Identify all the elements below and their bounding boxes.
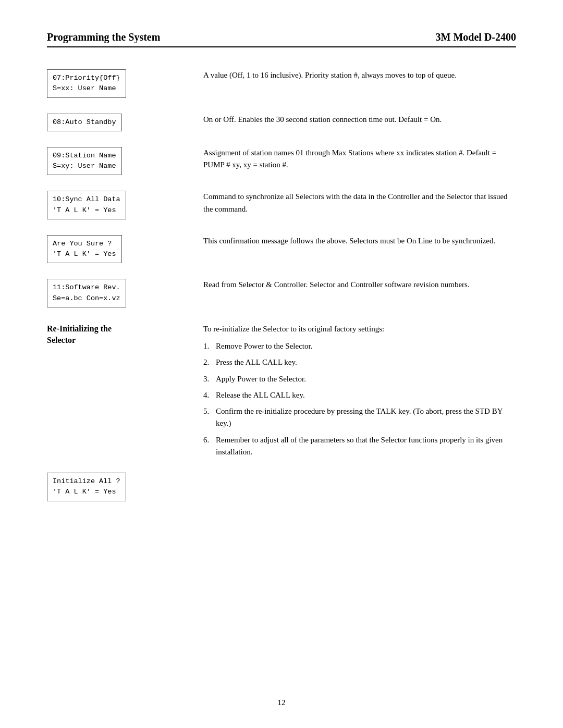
reinit-code-left: Initialize All ? 'T A L K' = Yes xyxy=(47,472,188,501)
row-08-right: On or Off. Enables the 30 second station… xyxy=(203,113,516,126)
row-10-left: 10:Sync All Data 'T A L K' = Yes xyxy=(47,190,188,219)
step-text-3: Apply Power to the Selector. xyxy=(216,373,516,385)
row-09-left: 09:Station Name S=xy: User Name xyxy=(47,146,188,176)
step-text-6: Remember to adjust all of the parameters… xyxy=(216,434,516,459)
row-07-right: A value (Off, 1 to 16 inclusive). Priori… xyxy=(203,68,516,81)
desc-10b: This confirmation message follows the ab… xyxy=(203,235,516,247)
reinit-right: To re-initialize the Selector to its ori… xyxy=(203,322,516,462)
step-num-4: 4. xyxy=(203,389,216,401)
step-num-5: 5. xyxy=(203,405,216,430)
reinit-heading-line1: Re-Initializing the xyxy=(47,324,112,333)
row-07-left: 07:Priority{Off} S=xx: User Name xyxy=(47,68,188,98)
code-box-07: 07:Priority{Off} S=xx: User Name xyxy=(47,69,126,98)
code-box-11: 11:Software Rev. Se=a.bc Con=x.vz xyxy=(47,279,126,307)
reinit-left: Re-Initializing the Selector xyxy=(47,322,188,347)
row-07: 07:Priority{Off} S=xx: User Name A value… xyxy=(47,68,516,98)
list-item: 3. Apply Power to the Selector. xyxy=(203,373,516,385)
reinit-code-row: Initialize All ? 'T A L K' = Yes xyxy=(47,472,516,501)
step-text-5: Confirm the re-initialize procedure by p… xyxy=(216,405,516,430)
row-08: 08:Auto Standby On or Off. Enables the 3… xyxy=(47,113,516,131)
row-09: 09:Station Name S=xy: User Name Assignme… xyxy=(47,146,516,176)
reinit-heading: Re-Initializing the Selector xyxy=(47,323,188,347)
code-box-10: 10:Sync All Data 'T A L K' = Yes xyxy=(47,191,126,219)
step-text-1: Remove Power to the Selector. xyxy=(216,340,516,352)
list-item: 5. Confirm the re-initialize procedure b… xyxy=(203,405,516,430)
desc-10: Command to synchronize all Selectors wit… xyxy=(203,191,516,215)
step-num-3: 3. xyxy=(203,373,216,385)
list-item: 2. Press the ALL CALL key. xyxy=(203,356,516,368)
page-number: 12 xyxy=(278,698,286,707)
page-footer: 12 xyxy=(0,698,563,707)
step-num-2: 2. xyxy=(203,356,216,368)
row-11: 11:Software Rev. Se=a.bc Con=x.vz Read f… xyxy=(47,278,516,307)
row-10: 10:Sync All Data 'T A L K' = Yes Command… xyxy=(47,190,516,219)
reinit-row: Re-Initializing the Selector To re-initi… xyxy=(47,322,516,462)
list-item: 4. Release the ALL CALL key. xyxy=(203,389,516,401)
list-item: 1. Remove Power to the Selector. xyxy=(203,340,516,352)
row-10b: Are You Sure ? 'T A L K' = Yes This conf… xyxy=(47,234,516,264)
row-10-right: Command to synchronize all Selectors wit… xyxy=(203,190,516,215)
step-text-2: Press the ALL CALL key. xyxy=(216,356,516,368)
row-08-left: 08:Auto Standby xyxy=(47,113,188,131)
code-box-10b: Are You Sure ? 'T A L K' = Yes xyxy=(47,235,122,264)
reinit-intro: To re-initialize the Selector to its ori… xyxy=(203,323,516,335)
reinit-heading-line2: Selector xyxy=(47,336,76,344)
header-right: 3M Model D-2400 xyxy=(436,31,516,43)
row-10b-left: Are You Sure ? 'T A L K' = Yes xyxy=(47,234,188,264)
code-box-init: Initialize All ? 'T A L K' = Yes xyxy=(47,473,126,501)
step-num-1: 1. xyxy=(203,340,216,352)
reinit-steps-list: 1. Remove Power to the Selector. 2. Pres… xyxy=(203,340,516,458)
code-box-08: 08:Auto Standby xyxy=(47,114,122,131)
reinit-code-right xyxy=(203,472,516,473)
desc-11: Read from Selector & Controller. Selecto… xyxy=(203,279,516,291)
row-09-right: Assignment of station names 01 through M… xyxy=(203,146,516,171)
row-11-left: 11:Software Rev. Se=a.bc Con=x.vz xyxy=(47,278,188,307)
content-area: 07:Priority{Off} S=xx: User Name A value… xyxy=(47,68,516,516)
step-num-6: 6. xyxy=(203,434,216,459)
step-text-4: Release the ALL CALL key. xyxy=(216,389,516,401)
list-item: 6. Remember to adjust all of the paramet… xyxy=(203,434,516,459)
page-header: Programming the System 3M Model D-2400 xyxy=(47,31,516,47)
page: Programming the System 3M Model D-2400 0… xyxy=(0,0,563,728)
row-11-right: Read from Selector & Controller. Selecto… xyxy=(203,278,516,291)
row-10b-right: This confirmation message follows the ab… xyxy=(203,234,516,247)
desc-07: A value (Off, 1 to 16 inclusive). Priori… xyxy=(203,69,516,81)
header-left: Programming the System xyxy=(47,31,160,43)
code-box-09: 09:Station Name S=xy: User Name xyxy=(47,147,122,176)
desc-09: Assignment of station names 01 through M… xyxy=(203,147,516,171)
desc-08: On or Off. Enables the 30 second station… xyxy=(203,114,516,126)
